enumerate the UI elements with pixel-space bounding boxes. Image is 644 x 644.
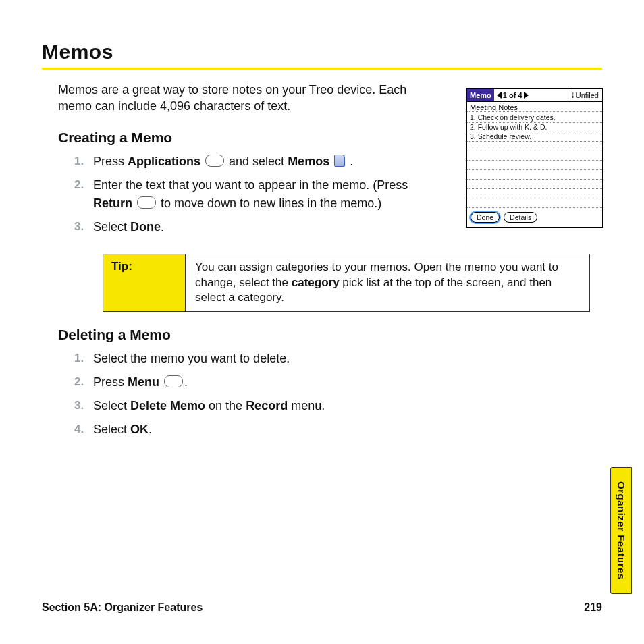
list-item: Press Menu . (74, 373, 602, 397)
done-button: Done (471, 212, 500, 223)
list-item: Select Done. (74, 218, 444, 242)
tip-label: Tip: (103, 254, 186, 312)
intro-paragraph: Memos are a great way to store notes on … (58, 82, 409, 115)
footer-page-number: 219 (584, 601, 602, 614)
tip-callout: Tip: You can assign categories to your m… (103, 254, 590, 313)
memo-line (467, 170, 602, 180)
memo-line: 1. Check on delivery dates. (467, 113, 602, 123)
list-item: Select OK. (74, 421, 602, 444)
memo-line (467, 180, 602, 189)
memo-line: 3. Schedule review. (467, 132, 602, 142)
memo-line (467, 198, 602, 208)
deleting-steps: Select the memo you want to delete. Pres… (74, 350, 602, 444)
list-item: Select Delete Memo on the Record menu. (74, 397, 602, 421)
applications-key-icon (205, 155, 224, 167)
list-item: Enter the text that you want to appear i… (74, 176, 444, 218)
page-heading: Memos (42, 41, 602, 63)
tip-body: You can assign categories to your memos.… (186, 254, 589, 312)
memos-app-icon (334, 155, 345, 167)
details-button: Details (504, 212, 537, 223)
return-key-icon (137, 196, 156, 209)
creating-steps: Press Applications and select Memos . En… (74, 153, 444, 242)
memo-counter: 1 of 4 (503, 91, 522, 99)
memo-line: 2. Follow up with K. & D. (467, 123, 602, 132)
list-item: Press Applications and select Memos . (74, 153, 444, 176)
footer-section: Section 5A: Organizer Features (42, 601, 203, 614)
list-item: Select the memo you want to delete. (74, 350, 602, 373)
memo-line (467, 142, 602, 151)
prev-arrow-icon (497, 92, 502, 99)
dropdown-icon: ⁞ (572, 91, 574, 100)
section-thumb-tab: Organizer Features (610, 467, 632, 594)
memo-line (467, 151, 602, 161)
category-value: Unfiled (576, 91, 599, 99)
heading-rule (42, 68, 602, 70)
menu-key-icon (164, 375, 183, 387)
memo-line (467, 189, 602, 198)
creating-heading: Creating a Memo (58, 130, 444, 146)
category-picklist: ⁞ Unfiled (568, 89, 602, 101)
memo-title-field: Meeting Notes (467, 102, 602, 112)
next-arrow-icon (524, 92, 529, 99)
memo-app-screenshot: Memo 1 of 4 ⁞ Unfiled Meeting Notes 1. C… (466, 88, 603, 228)
memo-line (467, 161, 602, 170)
deleting-heading: Deleting a Memo (58, 327, 602, 343)
memo-app-title: Memo (467, 89, 494, 101)
